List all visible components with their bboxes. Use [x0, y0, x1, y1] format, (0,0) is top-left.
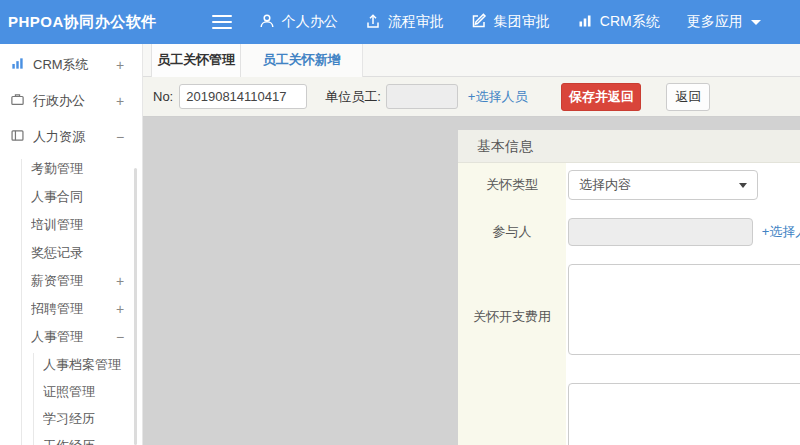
effect-label: 关怀效果	[458, 377, 566, 445]
sidebar-item-salary[interactable]: 薪资管理+	[0, 267, 142, 295]
app-title: PHPOA协同办公软件	[8, 13, 157, 32]
form-row-participants: 参与人 +选择人员	[458, 207, 800, 257]
sidebar-item-human-resources[interactable]: 人力资源 −	[0, 121, 142, 152]
user-icon	[259, 13, 282, 32]
sidebar-scrollbar[interactable]	[134, 168, 137, 445]
sidebar-item-rewards[interactable]: 奖惩记录	[0, 239, 142, 267]
bar-chart-icon	[10, 56, 33, 74]
bar-chart-icon	[577, 13, 600, 32]
sidebar-item-work-history[interactable]: 工作经历	[0, 432, 142, 445]
form-row-care-type: 关怀类型 选择内容	[458, 163, 800, 207]
tab-employee-care-management[interactable]: 员工关怀管理	[151, 44, 241, 77]
sidebar-item-training[interactable]: 培训管理	[0, 211, 142, 239]
sidebar-item-personnel-mgmt[interactable]: 人事管理−	[0, 323, 142, 351]
chevron-down-icon	[739, 183, 747, 188]
hr-submenu: 考勤管理 人事合同 培训管理 奖惩记录 薪资管理+ 招聘管理+ 人事管理− 人事…	[0, 155, 142, 445]
sidebar-item-education-history[interactable]: 学习经历	[0, 405, 142, 432]
expense-label: 关怀开支费用	[458, 257, 566, 377]
panel-title: 基本信息	[458, 130, 800, 163]
select-person-link[interactable]: +选择人员	[468, 88, 528, 106]
expand-icon[interactable]: +	[116, 301, 142, 317]
record-toolbar: No: 单位员工: +选择人员 保存并返回 返回	[143, 77, 800, 117]
nav-item-crm-system[interactable]: CRM系统	[577, 13, 660, 32]
top-navbar: PHPOA协同办公软件 个人办公 流程审批 集团审批 CRM系统 更多应用	[0, 0, 800, 44]
save-and-return-button[interactable]: 保存并返回	[561, 83, 641, 111]
caret-down-icon	[751, 20, 761, 25]
select-participants-link[interactable]: +选择人员	[762, 223, 800, 241]
hamburger-menu-icon[interactable]	[212, 15, 232, 29]
record-number-input[interactable]	[179, 84, 307, 109]
book-icon	[10, 128, 33, 146]
sidebar-item-attendance[interactable]: 考勤管理	[0, 155, 142, 183]
edit-icon	[471, 13, 494, 32]
collapse-icon[interactable]: −	[116, 129, 142, 145]
expand-icon[interactable]: +	[116, 273, 142, 289]
upload-icon	[365, 13, 388, 32]
sidebar: CRM系统 + 行政办公 + 人力资源 − 考勤管理 人事合同 培训管理 奖惩记…	[0, 44, 143, 445]
sidebar-item-crm[interactable]: CRM系统 +	[0, 49, 142, 80]
sidebar-item-certificates[interactable]: 证照管理	[0, 378, 142, 405]
sidebar-item-recruitment[interactable]: 招聘管理+	[0, 295, 142, 323]
participants-label: 参与人	[458, 207, 566, 257]
back-button[interactable]: 返回	[666, 83, 710, 111]
sidebar-item-personnel-files[interactable]: 人事档案管理	[0, 351, 142, 378]
sidebar-item-admin-office[interactable]: 行政办公 +	[0, 85, 142, 116]
tab-employee-care-new[interactable]: 员工关怀新增	[241, 44, 363, 77]
care-type-select[interactable]: 选择内容	[568, 170, 758, 200]
sidebar-item-hr-contract[interactable]: 人事合同	[0, 183, 142, 211]
effect-textarea[interactable]	[568, 383, 800, 445]
nav-item-more-apps[interactable]: 更多应用	[687, 13, 761, 31]
care-type-label: 关怀类型	[458, 163, 566, 207]
nav-item-workflow-approval[interactable]: 流程审批	[365, 13, 444, 32]
participants-input[interactable]	[568, 218, 753, 246]
unit-employee-input[interactable]	[386, 84, 458, 109]
basic-info-panel: 基本信息 关怀类型 选择内容 参与人 +选择人员 关怀开支费用	[458, 130, 800, 445]
personnel-submenu: 人事档案管理 证照管理 学习经历 工作经历	[0, 351, 142, 445]
workspace: 基本信息 关怀类型 选择内容 参与人 +选择人员 关怀开支费用	[143, 118, 800, 445]
collapse-icon[interactable]: −	[116, 329, 142, 345]
form-row-effect: 关怀效果	[458, 377, 800, 445]
unit-employee-label: 单位员工:	[325, 88, 381, 106]
expand-icon[interactable]: +	[116, 93, 142, 109]
expense-textarea[interactable]	[568, 264, 800, 355]
tab-bar: 员工关怀管理 员工关怀新增	[143, 44, 800, 77]
form-row-expense: 关怀开支费用	[458, 257, 800, 377]
nav-item-group-approval[interactable]: 集团审批	[471, 13, 550, 32]
briefcase-icon	[10, 92, 33, 110]
no-label: No:	[153, 89, 173, 104]
expand-icon[interactable]: +	[116, 57, 142, 73]
nav-item-personal-office[interactable]: 个人办公	[259, 13, 338, 32]
